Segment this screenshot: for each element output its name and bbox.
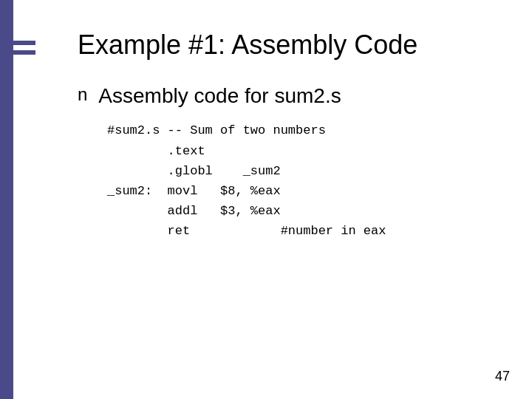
code-line-6: ret #number in eax — [107, 221, 495, 241]
slide: Example #1: Assembly Code n Assembly cod… — [0, 0, 532, 399]
code-line-2: .text — [107, 141, 495, 161]
bullet-section: n Assembly code for sum2.s — [78, 83, 495, 109]
code-line-5: addl $3, %eax — [107, 201, 495, 221]
accent-mid-bar — [13, 50, 35, 55]
bullet-marker: n — [78, 83, 87, 106]
bullet-text: Assembly code for sum2.s — [98, 83, 341, 109]
slide-title: Example #1: Assembly Code — [78, 30, 495, 61]
accent-top-bar — [13, 41, 35, 45]
code-block: #sum2.s -- Sum of two numbers .text .glo… — [107, 120, 495, 241]
code-line-3: .globl _sum2 — [107, 161, 495, 181]
code-line-4: _sum2: movl $8, %eax — [107, 181, 495, 201]
accent-bar — [0, 0, 13, 399]
code-line-1: #sum2.s -- Sum of two numbers — [107, 120, 495, 140]
slide-content: n Assembly code for sum2.s #sum2.s -- Su… — [78, 83, 495, 242]
page-number: 47 — [495, 369, 510, 384]
